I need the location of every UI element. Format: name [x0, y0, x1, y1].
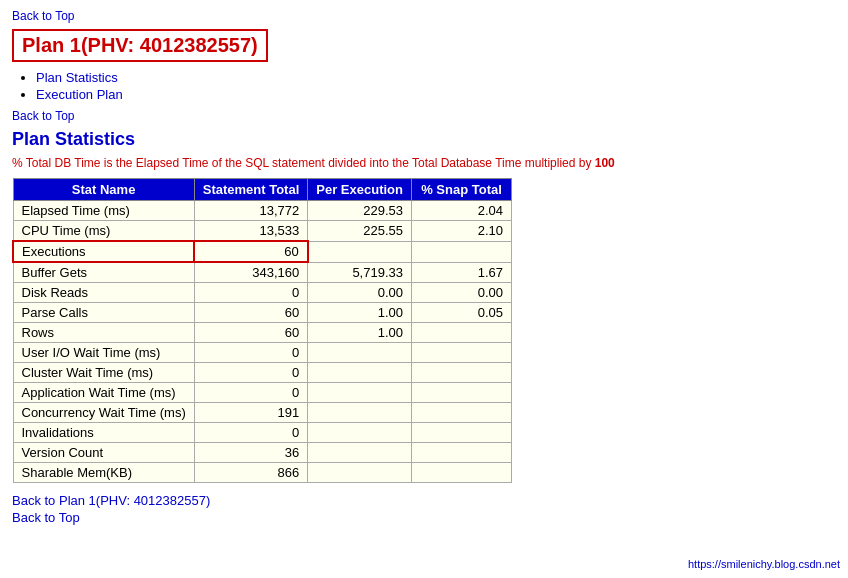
stat-snap-cell: [411, 323, 511, 343]
stat-per-exec-cell: [308, 343, 412, 363]
table-row: Parse Calls601.000.05: [13, 303, 511, 323]
stat-per-exec-cell: [308, 363, 412, 383]
back-to-plan-link[interactable]: Back to Plan 1(PHV: 4012382557): [12, 493, 836, 508]
col-header-per-execution: Per Execution: [308, 179, 412, 201]
stat-snap-cell: [411, 343, 511, 363]
stat-name-cell: Disk Reads: [13, 283, 194, 303]
table-row: User I/O Wait Time (ms)0: [13, 343, 511, 363]
stat-total-cell: 0: [194, 283, 308, 303]
nav-list: Plan Statistics Execution Plan: [12, 70, 836, 102]
stat-per-exec-cell: 1.00: [308, 323, 412, 343]
stat-name-cell: Application Wait Time (ms): [13, 383, 194, 403]
stat-snap-cell: [411, 463, 511, 483]
table-row: Invalidations0: [13, 423, 511, 443]
info-text-prefix: % Total DB Time is the Elapsed Time of t…: [12, 156, 595, 170]
stat-name-cell: Rows: [13, 323, 194, 343]
nav-item-plan-statistics[interactable]: Plan Statistics: [36, 70, 836, 85]
col-header-statement-total: Statement Total: [194, 179, 308, 201]
table-row: Cluster Wait Time (ms)0: [13, 363, 511, 383]
stat-total-cell: 0: [194, 423, 308, 443]
section-title: Plan Statistics: [12, 129, 836, 150]
stat-name-cell: Invalidations: [13, 423, 194, 443]
back-to-top-link-3[interactable]: Back to Top: [12, 510, 836, 525]
stat-total-cell: 0: [194, 363, 308, 383]
stat-total-cell: 343,160: [194, 262, 308, 283]
col-header-stat-name: Stat Name: [13, 179, 194, 201]
stat-name-cell: Buffer Gets: [13, 262, 194, 283]
stat-snap-cell: [411, 241, 511, 262]
stat-snap-cell: 0.05: [411, 303, 511, 323]
info-text-number: 100: [595, 156, 615, 170]
nav-item-execution-plan[interactable]: Execution Plan: [36, 87, 836, 102]
stat-snap-cell: 1.67: [411, 262, 511, 283]
stat-per-exec-cell: [308, 423, 412, 443]
col-header-snap-total: % Snap Total: [411, 179, 511, 201]
stat-per-exec-cell: 5,719.33: [308, 262, 412, 283]
stat-snap-cell: 2.04: [411, 201, 511, 221]
stat-per-exec-cell: [308, 403, 412, 423]
stat-snap-cell: [411, 403, 511, 423]
table-row: Elapsed Time (ms)13,772229.532.04: [13, 201, 511, 221]
stat-per-exec-cell: [308, 383, 412, 403]
stat-total-cell: 13,533: [194, 221, 308, 242]
stat-snap-cell: 0.00: [411, 283, 511, 303]
stat-per-exec-cell: [308, 241, 412, 262]
table-row: Application Wait Time (ms)0: [13, 383, 511, 403]
stat-per-exec-cell: 1.00: [308, 303, 412, 323]
stat-name-cell: User I/O Wait Time (ms): [13, 343, 194, 363]
stat-total-cell: 60: [194, 241, 308, 262]
stat-snap-cell: [411, 443, 511, 463]
stat-per-exec-cell: 225.55: [308, 221, 412, 242]
stat-name-cell: Elapsed Time (ms): [13, 201, 194, 221]
info-text: % Total DB Time is the Elapsed Time of t…: [12, 156, 836, 170]
stat-per-exec-cell: 229.53: [308, 201, 412, 221]
stat-per-exec-cell: [308, 463, 412, 483]
table-row: Disk Reads00.000.00: [13, 283, 511, 303]
back-to-top-link-2[interactable]: Back to Top: [12, 109, 74, 123]
stat-name-cell: Concurrency Wait Time (ms): [13, 403, 194, 423]
back-to-top-link-1[interactable]: Back to Top: [12, 9, 74, 23]
stat-total-cell: 60: [194, 323, 308, 343]
table-row: Concurrency Wait Time (ms)191: [13, 403, 511, 423]
stat-total-cell: 13,772: [194, 201, 308, 221]
stat-snap-cell: [411, 423, 511, 443]
table-row: Version Count36: [13, 443, 511, 463]
stat-total-cell: 60: [194, 303, 308, 323]
stat-total-cell: 0: [194, 383, 308, 403]
stat-total-cell: 0: [194, 343, 308, 363]
plan-title: Plan 1(PHV: 4012382557): [12, 29, 268, 62]
table-row: Executions60: [13, 241, 511, 262]
stat-snap-cell: [411, 363, 511, 383]
stat-per-exec-cell: [308, 443, 412, 463]
stat-total-cell: 866: [194, 463, 308, 483]
table-row: Rows601.00: [13, 323, 511, 343]
stat-total-cell: 36: [194, 443, 308, 463]
stat-name-cell: Version Count: [13, 443, 194, 463]
stat-snap-cell: 2.10: [411, 221, 511, 242]
nav-link-execution-plan[interactable]: Execution Plan: [36, 87, 123, 102]
stat-name-cell: Executions: [13, 241, 194, 262]
table-row: Sharable Mem(KB)866: [13, 463, 511, 483]
table-row: Buffer Gets343,1605,719.331.67: [13, 262, 511, 283]
stat-name-cell: CPU Time (ms): [13, 221, 194, 242]
bottom-links: Back to Plan 1(PHV: 4012382557) Back to …: [12, 493, 836, 525]
nav-link-plan-statistics[interactable]: Plan Statistics: [36, 70, 118, 85]
stats-table: Stat Name Statement Total Per Execution …: [12, 178, 512, 483]
stat-name-cell: Sharable Mem(KB): [13, 463, 194, 483]
stat-name-cell: Cluster Wait Time (ms): [13, 363, 194, 383]
stat-name-cell: Parse Calls: [13, 303, 194, 323]
stat-per-exec-cell: 0.00: [308, 283, 412, 303]
stat-snap-cell: [411, 383, 511, 403]
table-row: CPU Time (ms)13,533225.552.10: [13, 221, 511, 242]
stat-total-cell: 191: [194, 403, 308, 423]
